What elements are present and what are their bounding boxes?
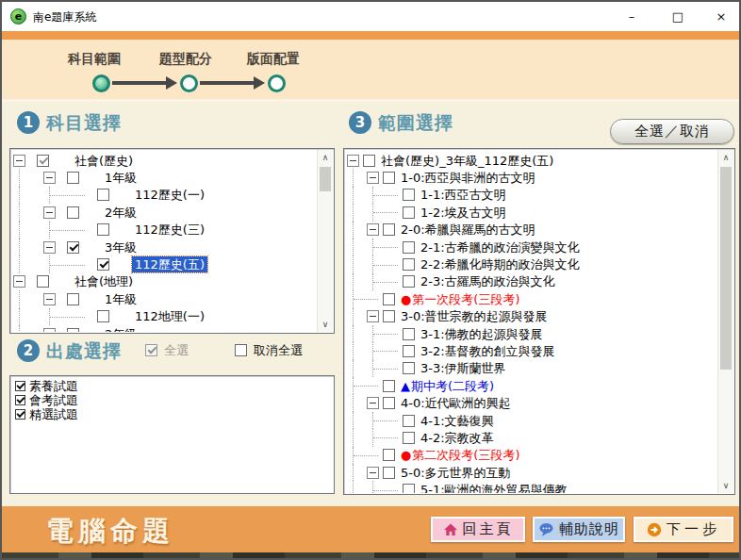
tree-label[interactable]: 3年級 [102, 239, 140, 255]
scroll-down-icon[interactable]: ∨ [718, 478, 733, 493]
expand-collapse-icon[interactable] [347, 155, 359, 167]
tree-label[interactable]: 5-0:多元世界的互動 [398, 465, 514, 481]
minimize-button[interactable]: – [611, 2, 652, 31]
scrollbar-thumb[interactable] [320, 167, 331, 191]
tree-checkbox[interactable] [403, 432, 415, 444]
deselect-all-checkbox[interactable] [235, 344, 247, 356]
tree-checkbox[interactable] [383, 467, 395, 479]
tree-checkbox[interactable] [67, 293, 79, 305]
expand-collapse-icon[interactable] [367, 172, 379, 184]
tree-label[interactable]: 2-0:希臘與羅馬的古文明 [398, 222, 538, 238]
scroll-up-icon[interactable]: ∧ [318, 150, 333, 165]
expand-collapse-icon[interactable] [43, 172, 56, 184]
list-item[interactable]: 會考試題 [13, 393, 316, 407]
list-checkbox[interactable] [15, 395, 25, 405]
tree-checkbox[interactable] [403, 189, 415, 201]
tree-label[interactable]: 5-1:歐洲的海外貿易與傳教 [418, 482, 570, 493]
tree-checkbox[interactable] [97, 310, 109, 322]
close-button[interactable]: × [700, 2, 741, 31]
next-step-button[interactable]: 下一步 [634, 517, 733, 542]
tree-checkbox[interactable] [403, 258, 415, 271]
tree-label[interactable]: 2-2:希臘化時期的政治與文化 [418, 256, 583, 272]
tree-checkbox[interactable] [67, 328, 79, 332]
tree-checkbox[interactable] [67, 241, 79, 254]
tree-label[interactable]: 112歷史(五) [132, 256, 207, 272]
expand-collapse-icon[interactable] [367, 467, 379, 479]
tree-checkbox[interactable] [67, 206, 79, 219]
tree-checkbox[interactable] [403, 484, 415, 493]
expand-collapse-icon[interactable] [367, 397, 379, 409]
tree-checkbox[interactable] [363, 155, 375, 167]
exam-marker-icon: ● [401, 448, 411, 462]
expand-collapse-icon[interactable] [367, 223, 379, 236]
tree-label[interactable]: 3-0:普世宗教的起源與發展 [398, 308, 551, 324]
tree-label[interactable]: 社會(地理) [72, 273, 136, 289]
list-item[interactable]: 素養試題 [13, 379, 316, 393]
tree-checkbox[interactable] [383, 397, 395, 409]
maximize-button[interactable]: □ [657, 2, 699, 31]
tree-label[interactable]: 1-2:埃及古文明 [418, 205, 509, 221]
tree-checkbox[interactable] [67, 172, 79, 184]
list-checkbox[interactable] [15, 381, 25, 391]
tree-label[interactable]: ●第一次段考(三段考) [398, 291, 523, 307]
tree-checkbox[interactable] [37, 275, 49, 288]
tree-label[interactable]: 1年級 [102, 170, 140, 186]
tree-label[interactable]: 2年級 [102, 326, 140, 332]
tree-label[interactable]: 4-0:近代歐洲的興起 [398, 395, 514, 411]
tree-label[interactable]: 4-2:宗教改革 [418, 430, 497, 446]
tree-checkbox[interactable] [97, 223, 109, 236]
expand-collapse-icon[interactable] [43, 328, 56, 332]
scrollbar-thumb[interactable] [720, 167, 732, 370]
tree-checkbox[interactable] [383, 380, 395, 392]
tree-label[interactable]: 4-1:文藝復興 [418, 413, 497, 429]
tree-checkbox[interactable] [97, 189, 109, 201]
tree-checkbox[interactable] [383, 310, 395, 322]
tree-label[interactable]: ●第二次段考(三段考) [398, 447, 523, 463]
tree-label[interactable]: 3-2:基督教的創立與發展 [418, 343, 558, 359]
list-item[interactable]: 精選試題 [13, 407, 316, 421]
select-all-toggle-button[interactable]: 全選／取消 [610, 119, 734, 144]
tree-checkbox[interactable] [403, 206, 415, 219]
tree-checkbox[interactable] [383, 172, 395, 184]
help-button[interactable]: 輔助說明 [533, 517, 625, 542]
expand-collapse-icon[interactable] [13, 275, 25, 288]
expand-collapse-icon[interactable] [43, 206, 56, 219]
tree-label[interactable]: 社會(歷史) [72, 153, 136, 169]
select-all-checkbox[interactable] [145, 344, 157, 356]
tree-label[interactable]: 2-1:古希臘的政治演變與文化 [418, 239, 583, 255]
tree-label[interactable]: 1-1:西亞古文明 [418, 187, 509, 203]
tree-label[interactable]: 112歷史(一) [132, 187, 207, 203]
tree-label[interactable]: 2年級 [102, 205, 140, 221]
expand-collapse-icon[interactable] [367, 310, 379, 322]
tree-label[interactable]: 3-3:伊斯蘭世界 [418, 360, 509, 376]
tree-checkbox[interactable] [403, 328, 415, 340]
tree-checkbox[interactable] [403, 345, 415, 357]
tree-connector [74, 308, 86, 325]
tree-checkbox[interactable] [37, 155, 49, 167]
scrollbar[interactable]: ∧ ∨ [717, 150, 733, 493]
tree-label[interactable]: 1年級 [102, 291, 140, 307]
tree-checkbox[interactable] [383, 293, 395, 305]
tree-label[interactable]: 112歷史(三) [132, 222, 207, 238]
list-checkbox[interactable] [15, 409, 25, 420]
tree-checkbox[interactable] [403, 275, 415, 288]
tree-label[interactable]: 社會(歷史)_3年級_112歷史(五) [378, 153, 556, 169]
tree-label[interactable]: 3-1:佛教的起源與發展 [418, 326, 546, 342]
tree-label[interactable]: 2-3:古羅馬的政治與文化 [418, 273, 558, 289]
tree-checkbox[interactable] [97, 258, 109, 271]
tree-label[interactable]: 1-0:西亞與非洲的古文明 [398, 170, 538, 186]
scroll-down-icon[interactable]: ∨ [318, 317, 333, 332]
scroll-up-icon[interactable]: ∧ [718, 150, 733, 165]
expand-collapse-icon[interactable] [43, 293, 56, 305]
home-button[interactable]: 回主頁 [431, 517, 525, 542]
expand-collapse-icon[interactable] [13, 155, 25, 167]
tree-checkbox[interactable] [403, 415, 415, 427]
tree-checkbox[interactable] [383, 449, 395, 461]
scrollbar[interactable]: ∧ ∨ [317, 150, 333, 332]
tree-label[interactable]: 112地理(一) [132, 308, 207, 324]
tree-checkbox[interactable] [383, 223, 395, 236]
tree-label[interactable]: ▲期中考(二段考) [398, 378, 497, 394]
expand-collapse-icon[interactable] [43, 241, 56, 254]
tree-checkbox[interactable] [403, 362, 415, 374]
tree-checkbox[interactable] [403, 241, 415, 254]
